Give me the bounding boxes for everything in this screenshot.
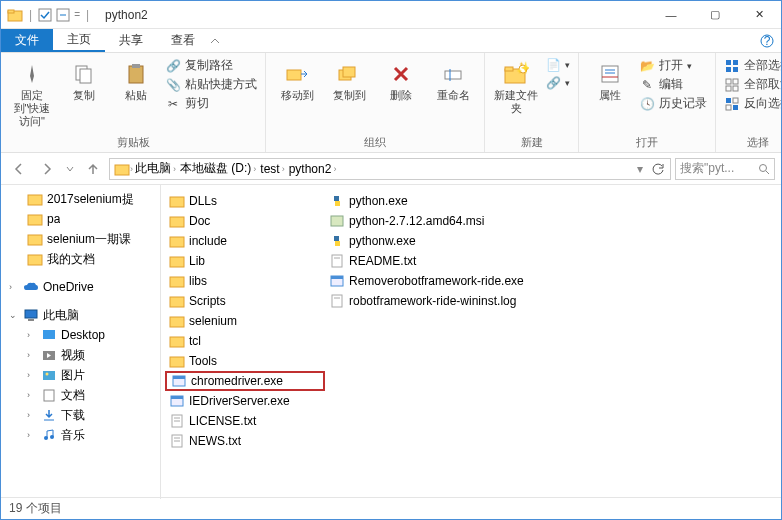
list-item[interactable]: python-2.7.12.amd64.msi: [325, 211, 528, 231]
history-button[interactable]: 🕓历史记录: [639, 95, 707, 112]
help-icon[interactable]: ?: [753, 29, 781, 52]
svg-rect-45: [44, 390, 54, 401]
list-item[interactable]: python.exe: [325, 191, 528, 211]
delete-icon: [388, 61, 414, 87]
breadcrumb-dropdown-icon[interactable]: ▾: [632, 158, 648, 180]
tree-item[interactable]: ›Desktop: [1, 325, 160, 345]
tree-item[interactable]: 2017selenium提: [1, 189, 160, 209]
bc-thispc[interactable]: 此电脑: [135, 160, 171, 177]
svg-rect-31: [733, 105, 738, 110]
list-item[interactable]: Scripts: [165, 291, 325, 311]
list-item[interactable]: LICENSE.txt: [165, 411, 325, 431]
back-button[interactable]: [7, 157, 31, 181]
refresh-button[interactable]: [650, 158, 666, 180]
list-item[interactable]: robotframework-ride-wininst.log: [325, 291, 528, 311]
paste-shortcut-button[interactable]: 📎粘贴快捷方式: [165, 76, 257, 93]
tab-share[interactable]: 共享: [105, 29, 157, 52]
copy-button[interactable]: 复制: [61, 57, 107, 102]
main-area: 2017selenium提 pa selenium一期课 我的文档 ›OneDr…: [1, 185, 781, 499]
list-item[interactable]: selenium: [165, 311, 325, 331]
list-item[interactable]: Doc: [165, 211, 325, 231]
copyto-button[interactable]: 复制到: [326, 57, 372, 102]
pictures-icon: [41, 367, 57, 383]
item-count: 19 个项目: [9, 500, 62, 517]
svg-rect-26: [726, 86, 731, 91]
tree-item-onedrive[interactable]: ›OneDrive: [1, 277, 160, 297]
bc-drive[interactable]: 本地磁盘 (D:): [180, 160, 251, 177]
tab-file[interactable]: 文件: [1, 29, 53, 52]
svg-rect-72: [331, 276, 343, 279]
breadcrumb[interactable]: › 此电脑› 本地磁盘 (D:)› test› python2› ▾: [109, 158, 671, 180]
svg-text:?: ?: [764, 34, 771, 48]
checkbox-icon[interactable]: [38, 8, 52, 22]
list-item[interactable]: tcl: [165, 331, 325, 351]
svg-rect-20: [726, 60, 731, 65]
list-item[interactable]: pythonw.exe: [325, 231, 528, 251]
pin-quickaccess-button[interactable]: 固定到"快速访问": [9, 57, 55, 128]
list-item[interactable]: NEWS.txt: [165, 431, 325, 451]
history-dropdown-button[interactable]: [63, 157, 77, 181]
dropdown-icon[interactable]: [56, 8, 70, 22]
search-input[interactable]: 搜索"pyt...: [675, 158, 775, 180]
minimize-button[interactable]: —: [649, 1, 693, 29]
list-item[interactable]: Tools: [165, 351, 325, 371]
close-button[interactable]: ✕: [737, 1, 781, 29]
txt-icon: [169, 413, 185, 429]
bc-test[interactable]: test: [260, 162, 279, 176]
tree-item[interactable]: ›音乐: [1, 425, 160, 445]
paste-button[interactable]: 粘贴: [113, 57, 159, 102]
list-item[interactable]: Lib: [165, 251, 325, 271]
folder-icon: [169, 213, 185, 229]
list-item-chromedriver[interactable]: chromedriver.exe: [165, 371, 325, 391]
properties-button[interactable]: 属性: [587, 57, 633, 102]
up-button[interactable]: [81, 157, 105, 181]
edit-button[interactable]: ✎编辑: [639, 76, 707, 93]
delete-button[interactable]: 删除: [378, 57, 424, 102]
exe-icon: [169, 393, 185, 409]
open-button[interactable]: 📂打开▾: [639, 57, 707, 74]
svg-rect-28: [726, 98, 731, 103]
desktop-icon: [41, 327, 57, 343]
moveto-button[interactable]: 移动到: [274, 57, 320, 102]
svg-rect-37: [28, 235, 42, 245]
easy-access-button[interactable]: 🔗▾: [545, 75, 570, 91]
rename-button[interactable]: 重命名: [430, 57, 476, 102]
new-item-button[interactable]: 📄▾: [545, 57, 570, 73]
file-list[interactable]: DLLs Doc include Lib libs Scripts seleni…: [161, 185, 781, 499]
txt-icon: [329, 293, 345, 309]
tab-view[interactable]: 查看: [157, 29, 209, 52]
bc-python2[interactable]: python2: [289, 162, 332, 176]
tree-item[interactable]: ›图片: [1, 365, 160, 385]
navigation-tree[interactable]: 2017selenium提 pa selenium一期课 我的文档 ›OneDr…: [1, 185, 161, 499]
list-item[interactable]: libs: [165, 271, 325, 291]
overflow-icon[interactable]: =: [74, 9, 80, 20]
tree-item-thispc[interactable]: ⌄此电脑: [1, 305, 160, 325]
svg-rect-21: [733, 60, 738, 65]
selectall-icon: [724, 58, 740, 74]
list-item[interactable]: DLLs: [165, 191, 325, 211]
tab-home[interactable]: 主页: [53, 29, 105, 52]
svg-rect-25: [733, 79, 738, 84]
copy-path-button[interactable]: 🔗复制路径: [165, 57, 257, 74]
new-folder-button[interactable]: ✨ 新建文件夹: [493, 57, 539, 115]
tree-item[interactable]: ›文档: [1, 385, 160, 405]
select-all-button[interactable]: 全部选择: [724, 57, 782, 74]
svg-rect-10: [287, 70, 301, 80]
forward-button[interactable]: [35, 157, 59, 181]
tree-item[interactable]: ›下载: [1, 405, 160, 425]
cut-button[interactable]: ✂剪切: [165, 95, 257, 112]
list-item[interactable]: IEDriverServer.exe: [165, 391, 325, 411]
list-item[interactable]: include: [165, 231, 325, 251]
list-item[interactable]: Removerobotframework-ride.exe: [325, 271, 528, 291]
collapse-ribbon-chevron-icon[interactable]: [209, 29, 221, 52]
list-item[interactable]: README.txt: [325, 251, 528, 271]
tree-item[interactable]: 我的文档: [1, 249, 160, 269]
invert-selection-button[interactable]: 反向选择: [724, 95, 782, 112]
tree-item[interactable]: pa: [1, 209, 160, 229]
tree-item[interactable]: ›视频: [1, 345, 160, 365]
msi-icon: [329, 213, 345, 229]
select-none-button[interactable]: 全部取消: [724, 76, 782, 93]
maximize-button[interactable]: ▢: [693, 1, 737, 29]
svg-rect-51: [170, 237, 184, 247]
tree-item[interactable]: selenium一期课: [1, 229, 160, 249]
